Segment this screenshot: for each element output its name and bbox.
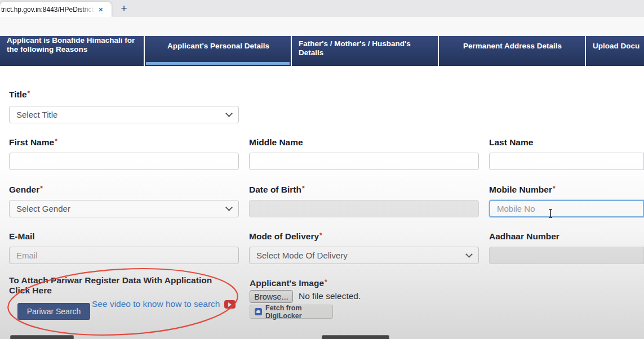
middle-name-label: Middle Name — [249, 137, 303, 148]
new-tab-button[interactable]: + — [116, 1, 132, 16]
aadhaar-label: Aadhaar Number — [489, 231, 559, 242]
form-step-tabs: Applicant is Bonafide Himachali for the … — [0, 36, 644, 66]
tab-label: Permanent Address Details — [446, 42, 579, 51]
tab-bonafide-reasons[interactable]: Applicant is Bonafide Himachali for the … — [0, 36, 144, 66]
title-select-value: Select Title — [16, 110, 57, 119]
tab-label: Applicant is Bonafide Himachali for the … — [7, 36, 138, 54]
first-name-label: First Name* — [9, 137, 57, 148]
tab-parents-details[interactable]: Father's / Mother's / Husband's Details — [292, 36, 438, 66]
title-select[interactable]: Select Title — [9, 106, 239, 123]
browser-tab-title: trict.hp.gov.in:8443/HPeDistrict/ — [0, 6, 95, 14]
applicant-image-label: Applicant's Image* — [250, 278, 327, 288]
video-help-link[interactable]: See video to know how to search — [92, 299, 220, 309]
digilocker-button[interactable]: Fetch from DigiLocker — [250, 305, 333, 319]
tab-label: Father's / Mother's / Husband's Details — [299, 39, 432, 57]
middle-name-input[interactable] — [249, 153, 479, 170]
mode-of-delivery-value: Select Mode Of Delivery — [256, 251, 348, 260]
pariwar-search-button[interactable]: Pariwar Search — [17, 303, 90, 320]
browser-toolbar: ← → — [0, 17, 644, 36]
browse-button[interactable]: Browse... — [250, 290, 293, 303]
first-name-input[interactable] — [9, 153, 239, 170]
title-label: Title* — [9, 90, 30, 100]
text-cursor-icon — [547, 208, 554, 221]
aadhaar-input[interactable] — [489, 247, 644, 264]
browser-tab[interactable]: trict.hp.gov.in:8443/HPeDistrict/ × — [0, 2, 112, 17]
gender-label: Gender* — [9, 185, 43, 195]
email-input[interactable]: Email — [9, 247, 239, 264]
youtube-icon[interactable] — [224, 300, 236, 309]
mobile-placeholder: Mobile No — [497, 204, 535, 213]
chevron-down-icon — [465, 251, 473, 258]
last-name-input[interactable] — [489, 153, 644, 170]
mode-of-delivery-label: Mode of Delivery* — [249, 231, 322, 242]
bottom-right-button[interactable] — [322, 335, 389, 339]
mode-of-delivery-select[interactable]: Select Mode Of Delivery — [249, 247, 479, 264]
gender-select-value: Select Gender — [16, 204, 70, 213]
tab-permanent-address[interactable]: Permanent Address Details — [439, 36, 585, 66]
tab-close-icon[interactable]: × — [95, 5, 107, 14]
mobile-label: Mobile Number* — [489, 185, 556, 195]
digilocker-icon — [255, 308, 262, 315]
dob-label: Date of Birth* — [249, 185, 305, 195]
mobile-input[interactable]: Mobile No — [489, 200, 644, 217]
dob-input[interactable] — [249, 200, 479, 217]
chevron-down-icon — [225, 110, 233, 117]
bottom-left-button[interactable] — [10, 335, 74, 339]
no-file-selected-text: No file selected. — [299, 291, 361, 301]
tab-label: Upload Docu — [593, 42, 642, 51]
gender-select[interactable]: Select Gender — [9, 200, 239, 217]
tab-upload-documents[interactable]: Upload Docu — [586, 36, 644, 66]
chevron-down-icon — [225, 204, 233, 211]
last-name-label: Last Name — [489, 137, 533, 148]
digilocker-button-label: Fetch from DigiLocker — [265, 304, 328, 320]
app-window: trict.hp.gov.in:8443/HPeDistrict/ × + ← … — [0, 0, 644, 339]
email-label: E-Mail — [9, 231, 35, 242]
browser-tabstrip: trict.hp.gov.in:8443/HPeDistrict/ × + — [0, 0, 644, 17]
tab-label: Applicant's Personal Details — [152, 42, 285, 51]
tab-personal-details[interactable]: Applicant's Personal Details — [145, 36, 291, 66]
pariwar-heading: To Attach Pariwar Register Data With App… — [9, 275, 230, 296]
email-placeholder: Email — [16, 251, 38, 260]
